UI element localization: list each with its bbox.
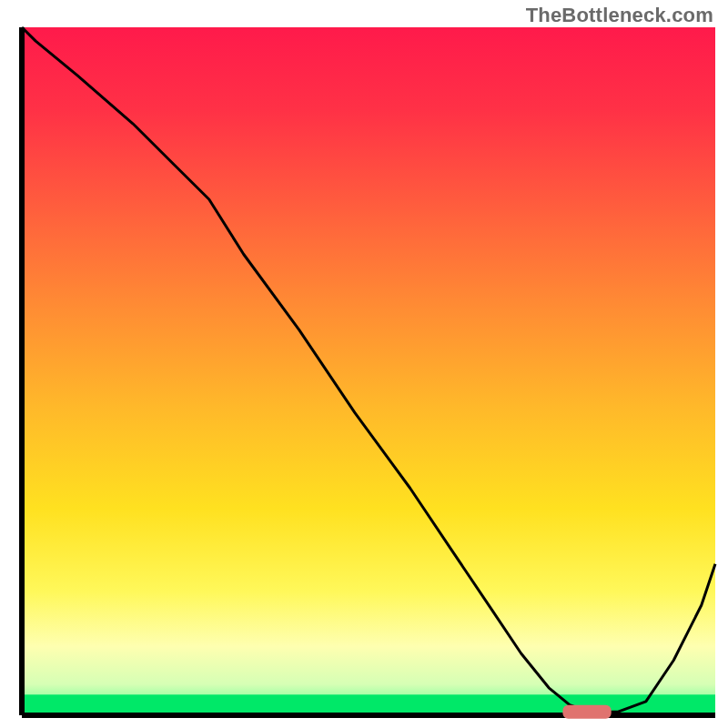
optimal-range-marker — [562, 705, 611, 719]
watermark-text: TheBottleneck.com — [526, 4, 713, 27]
chart-container: TheBottleneck.com — [0, 0, 728, 728]
gradient-background — [22, 27, 715, 715]
bottleneck-curve-chart — [0, 0, 728, 728]
